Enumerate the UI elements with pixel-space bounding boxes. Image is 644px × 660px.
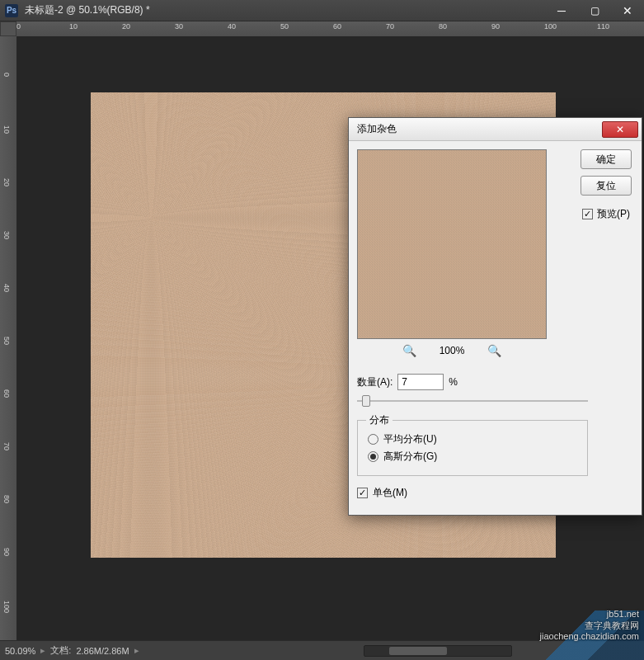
- ruler-v-tick: 20: [2, 178, 11, 186]
- status-doc-value: 2.86M/2.86M: [76, 646, 129, 656]
- ruler-v-tick: 90: [2, 548, 11, 556]
- preview-label: 预览(P): [597, 207, 630, 221]
- ok-button[interactable]: 确定: [581, 149, 632, 169]
- distribution-group: 分布 平均分布(U) 高斯分布(G): [357, 420, 588, 476]
- ruler-v-tick: 100: [2, 601, 11, 613]
- app-logo: Ps: [5, 4, 18, 17]
- ruler-h-tick: 40: [228, 22, 236, 31]
- ruler-v-tick: 10: [2, 125, 11, 134]
- ruler-h-tick: 50: [280, 22, 289, 31]
- ruler-h-tick: 70: [386, 22, 394, 31]
- ruler-v-tick: 60: [2, 389, 11, 398]
- noise-preview[interactable]: [357, 149, 547, 339]
- watermark: jb51.net 查字典教程网 jiaocheng.chazidian.com: [540, 609, 639, 642]
- window-minimize-button[interactable]: [545, 1, 578, 21]
- gaussian-label: 高斯分布(G): [383, 450, 437, 464]
- window-titlebar: Ps 未标题-2 @ 50.1%(RGB/8) *: [0, 0, 644, 21]
- amount-unit: %: [449, 376, 458, 388]
- preview-noise-texture: [358, 150, 546, 338]
- ruler-v-tick: 70: [2, 442, 11, 450]
- uniform-label: 平均分布(U): [383, 432, 437, 446]
- preview-checkbox[interactable]: [582, 209, 593, 219]
- window-title: 未标题-2 @ 50.1%(RGB/8) *: [25, 3, 150, 17]
- gaussian-radio[interactable]: [368, 451, 378, 462]
- ruler-vertical[interactable]: 100102030405060708090100: [0, 36, 16, 640]
- status-doc-label: 文档:: [50, 644, 71, 657]
- scrollbar-thumb[interactable]: [389, 647, 447, 655]
- window-maximize-button[interactable]: [578, 1, 611, 21]
- zoom-percent: 100%: [440, 345, 465, 356]
- monochrome-checkbox[interactable]: [357, 488, 368, 498]
- dialog-title: 添加杂色: [357, 122, 397, 136]
- ruler-h-tick: 30: [175, 22, 183, 31]
- ruler-h-tick: 20: [122, 22, 130, 31]
- ruler-v-tick: 80: [2, 495, 11, 503]
- status-chevron-icon[interactable]: ▸: [134, 645, 139, 656]
- status-arrow-icon[interactable]: ▸: [40, 645, 45, 656]
- ruler-h-tick: 80: [439, 22, 447, 31]
- zoom-out-icon[interactable]: 🔍: [402, 344, 416, 357]
- amount-label: 数量(A):: [357, 375, 393, 389]
- status-zoom[interactable]: 50.09%: [5, 646, 35, 656]
- ruler-h-tick: 90: [491, 22, 500, 31]
- ruler-h-tick: 0: [16, 22, 21, 31]
- slider-track: [357, 400, 588, 402]
- ruler-horizontal[interactable]: 0102030405060708090100110: [16, 21, 644, 36]
- ruler-h-tick: 10: [69, 22, 78, 31]
- ruler-h-tick: 110: [597, 22, 609, 31]
- dialog-close-button[interactable]: [602, 121, 638, 138]
- window-close-button[interactable]: [611, 1, 644, 21]
- uniform-radio[interactable]: [368, 434, 378, 445]
- ruler-v-tick: 0: [2, 73, 11, 77]
- ruler-corner: [0, 21, 16, 36]
- ruler-h-tick: 60: [333, 22, 341, 31]
- distribution-legend: 分布: [366, 413, 393, 427]
- ruler-v-tick: 30: [2, 231, 11, 239]
- slider-thumb[interactable]: [362, 395, 370, 407]
- monochrome-label: 单色(M): [373, 486, 407, 500]
- ruler-v-tick: 50: [2, 337, 11, 345]
- reset-button[interactable]: 复位: [581, 176, 632, 196]
- ruler-h-tick: 100: [544, 22, 557, 31]
- amount-slider[interactable]: [357, 395, 588, 407]
- amount-input[interactable]: [397, 374, 444, 390]
- zoom-in-icon[interactable]: 🔍: [487, 344, 501, 357]
- dialog-titlebar[interactable]: 添加杂色: [349, 118, 642, 141]
- add-noise-dialog: 添加杂色 🔍 100% 🔍 数量(A): % 分布 平均分布(U): [348, 117, 642, 516]
- ruler-v-tick: 40: [2, 284, 11, 292]
